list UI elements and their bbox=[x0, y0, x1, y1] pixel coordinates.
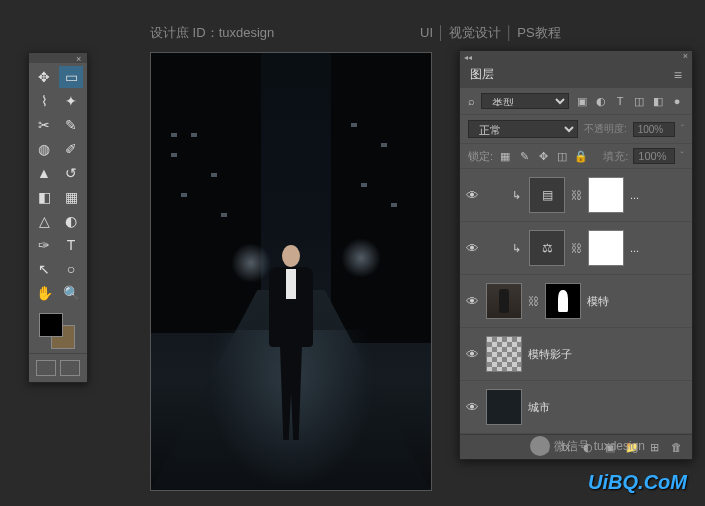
lock-icon-1[interactable]: ✎ bbox=[517, 149, 531, 163]
layer-row[interactable]: 👁↳⚖⛓... bbox=[460, 222, 692, 275]
layer-thumb[interactable] bbox=[486, 283, 522, 319]
layer-row[interactable]: 👁城市 bbox=[460, 381, 692, 434]
tool-lasso[interactable]: ⌇ bbox=[32, 90, 56, 112]
filter-type-select[interactable]: 类型 bbox=[481, 93, 569, 109]
close-icon[interactable]: × bbox=[76, 54, 83, 61]
wechat-watermark: 微信号 tuxdesign bbox=[530, 436, 645, 456]
tool-zoom[interactable]: 🔍 bbox=[59, 282, 83, 304]
header-nav: UI│视觉设计│PS教程 bbox=[420, 24, 561, 42]
search-icon: ⌕ bbox=[468, 95, 475, 107]
tool-quick-select[interactable]: ✦ bbox=[59, 90, 83, 112]
author-id: tuxdesign bbox=[219, 25, 275, 40]
filter-icon-1[interactable]: ◐ bbox=[594, 94, 608, 108]
layer-filter-row: ⌕ 类型 ▣◐T◫◧● bbox=[460, 88, 692, 115]
layer-name-label[interactable]: 城市 bbox=[528, 400, 550, 415]
close-icon[interactable]: × bbox=[683, 51, 688, 61]
filter-icon-3[interactable]: ◫ bbox=[632, 94, 646, 108]
tool-type[interactable]: T bbox=[59, 234, 83, 256]
visibility-icon[interactable]: 👁 bbox=[466, 241, 480, 256]
layers-tab[interactable]: 图层 ≡ bbox=[460, 61, 692, 88]
nav-tutorial: PS教程 bbox=[517, 25, 560, 40]
adjustment-thumb[interactable]: ⚖ bbox=[529, 230, 565, 266]
adjustment-thumb[interactable]: ▤ bbox=[529, 177, 565, 213]
blend-mode-select[interactable]: 正常 bbox=[468, 120, 578, 138]
tool-brush[interactable]: ✐ bbox=[59, 138, 83, 160]
mask-thumb[interactable] bbox=[545, 283, 581, 319]
tool-eyedropper[interactable]: ✎ bbox=[59, 114, 83, 136]
author-prefix: 设计庶 ID： bbox=[150, 25, 219, 40]
layer-row[interactable]: 👁↳▤⛓... bbox=[460, 169, 692, 222]
layer-row[interactable]: 👁模特影子 bbox=[460, 328, 692, 381]
lock-icon-3[interactable]: ◫ bbox=[555, 149, 569, 163]
layers-panel-header[interactable]: ◂◂ × bbox=[460, 51, 692, 61]
foreground-swatch[interactable] bbox=[39, 313, 63, 337]
panel-footer-icon-5[interactable]: ⊞ bbox=[646, 440, 662, 454]
document-canvas[interactable] bbox=[150, 52, 432, 491]
filter-icon-5[interactable]: ● bbox=[670, 94, 684, 108]
tool-blur[interactable]: △ bbox=[32, 210, 56, 232]
mask-thumb[interactable] bbox=[588, 230, 624, 266]
layers-list: 👁↳▤⛓...👁↳⚖⛓...👁⛓模特👁模特影子👁城市 bbox=[460, 169, 692, 434]
building-graphic bbox=[331, 53, 431, 343]
opacity-label: 不透明度: bbox=[584, 122, 627, 136]
tool-eraser[interactable]: ◧ bbox=[32, 186, 56, 208]
tool-healing[interactable]: ◍ bbox=[32, 138, 56, 160]
lock-icon-0[interactable]: ▦ bbox=[498, 149, 512, 163]
link-icon[interactable]: ⛓ bbox=[528, 295, 539, 307]
quick-mask-icon[interactable] bbox=[60, 360, 80, 376]
tool-pen[interactable]: ✑ bbox=[32, 234, 56, 256]
filter-icon-2[interactable]: T bbox=[613, 94, 627, 108]
filter-icon-4[interactable]: ◧ bbox=[651, 94, 665, 108]
lock-label: 锁定: bbox=[468, 149, 493, 164]
layer-name-label[interactable]: 模特影子 bbox=[528, 347, 572, 362]
person-graphic bbox=[261, 245, 321, 445]
mask-thumb[interactable] bbox=[588, 177, 624, 213]
building-graphic bbox=[151, 53, 261, 333]
site-watermark: UiBQ.CoM bbox=[588, 471, 687, 494]
screen-mode-icon[interactable] bbox=[36, 360, 56, 376]
tool-dodge[interactable]: ◐ bbox=[59, 210, 83, 232]
panel-footer-icon-6[interactable]: 🗑 bbox=[668, 440, 684, 454]
lock-icon-4[interactable]: 🔒 bbox=[574, 149, 588, 163]
layer-thumb[interactable] bbox=[486, 389, 522, 425]
layer-thumb[interactable] bbox=[486, 336, 522, 372]
layer-name-label[interactable]: 模特 bbox=[587, 294, 609, 309]
fill-value[interactable]: 100% bbox=[633, 148, 675, 164]
opacity-value[interactable]: 100% bbox=[633, 122, 675, 137]
visibility-icon[interactable]: 👁 bbox=[466, 188, 480, 203]
wechat-label: 微信号 bbox=[554, 438, 590, 455]
layer-name-label[interactable]: ... bbox=[630, 189, 639, 201]
tool-hand[interactable]: ✋ bbox=[32, 282, 56, 304]
wechat-id: tuxdesign bbox=[594, 439, 645, 453]
tool-history-brush[interactable]: ↺ bbox=[59, 162, 83, 184]
header-author: 设计庶 ID：tuxdesign bbox=[150, 24, 274, 42]
dropdown-icon[interactable]: ˇ bbox=[680, 150, 684, 162]
tool-shape[interactable]: ○ bbox=[59, 258, 83, 280]
lock-icon-2[interactable]: ✥ bbox=[536, 149, 550, 163]
link-icon[interactable]: ⛓ bbox=[571, 189, 582, 201]
tool-marquee[interactable]: ▭ bbox=[59, 66, 83, 88]
blend-opacity-row: 正常 不透明度: 100% ˇ bbox=[460, 115, 692, 144]
panel-menu-icon[interactable]: ≡ bbox=[674, 67, 682, 83]
tools-panel-header[interactable]: × bbox=[29, 53, 87, 63]
nav-visual: 视觉设计 bbox=[449, 25, 501, 40]
layer-name-label[interactable]: ... bbox=[630, 242, 639, 254]
visibility-icon[interactable]: 👁 bbox=[466, 347, 480, 362]
tool-path-select[interactable]: ↖ bbox=[32, 258, 56, 280]
filter-icon-0[interactable]: ▣ bbox=[575, 94, 589, 108]
tools-footer bbox=[29, 353, 87, 382]
link-icon[interactable]: ⛓ bbox=[571, 242, 582, 254]
tool-gradient[interactable]: ▦ bbox=[59, 186, 83, 208]
visibility-icon[interactable]: 👁 bbox=[466, 294, 480, 309]
clip-icon: ↳ bbox=[512, 242, 521, 255]
wechat-icon bbox=[530, 436, 550, 456]
tool-stamp[interactable]: ▲ bbox=[32, 162, 56, 184]
layer-row[interactable]: 👁⛓模特 bbox=[460, 275, 692, 328]
tool-move[interactable]: ✥ bbox=[32, 66, 56, 88]
color-swatches[interactable] bbox=[29, 307, 87, 353]
tools-panel: × ✥▭⌇✦✂✎◍✐▲↺◧▦△◐✑T↖○✋🔍 bbox=[28, 52, 88, 383]
visibility-icon[interactable]: 👁 bbox=[466, 400, 480, 415]
dropdown-icon[interactable]: ˇ bbox=[681, 124, 684, 135]
tool-crop[interactable]: ✂ bbox=[32, 114, 56, 136]
collapse-icon[interactable]: ◂◂ bbox=[464, 53, 472, 62]
